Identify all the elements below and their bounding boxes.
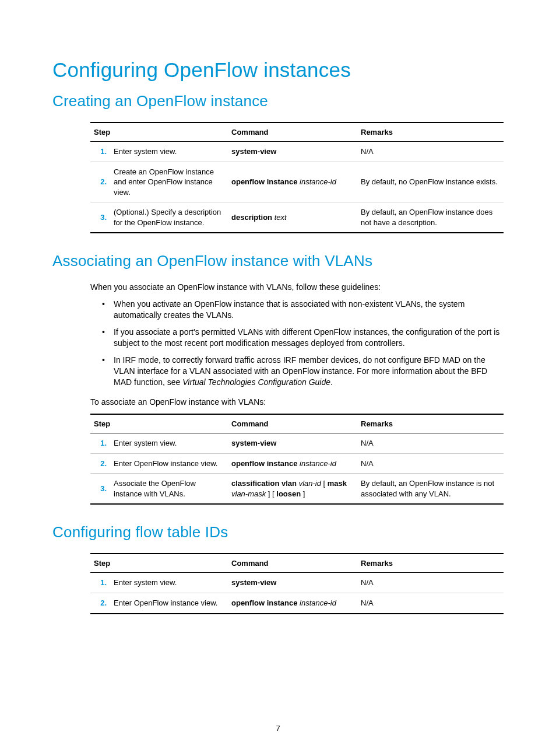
th-command: Command: [228, 123, 357, 142]
table-row: 2. Enter OpenFlow instance view. openflo…: [90, 453, 504, 474]
step-remarks: N/A: [357, 433, 504, 454]
step-command: openflow instance instance-id: [228, 453, 357, 474]
step-remarks: N/A: [357, 573, 504, 593]
cmd-italic: text: [275, 213, 287, 222]
cmd-bold: system-view: [231, 147, 276, 156]
th-step: Step: [90, 414, 228, 433]
page: Configuring OpenFlow instances Creating …: [0, 0, 556, 756]
section-flowtable-body: Step Command Remarks 1. Enter system vie…: [90, 553, 504, 614]
step-desc: Enter OpenFlow instance view.: [110, 453, 228, 474]
step-command: system-view: [228, 573, 357, 593]
th-command: Command: [228, 554, 357, 573]
step-number: 3.: [90, 202, 110, 233]
table-row: 1. Enter system view. system-view N/A: [90, 573, 504, 593]
heading-2-flowtable: Configuring flow table IDs: [52, 523, 504, 541]
table-creating: Step Command Remarks 1. Enter system vie…: [90, 122, 504, 233]
step-remarks: N/A: [357, 142, 504, 162]
th-step: Step: [90, 554, 228, 573]
bullet-list: When you activate an OpenFlow instance t…: [90, 299, 504, 387]
step-desc: Enter OpenFlow instance view.: [110, 593, 228, 614]
step-command: description text: [228, 202, 357, 233]
step-command: openflow instance instance-id: [228, 162, 357, 202]
th-command: Command: [228, 414, 357, 433]
step-number: 2.: [90, 453, 110, 474]
step-command: openflow instance instance-id: [228, 593, 357, 614]
heading-2-creating: Creating an OpenFlow instance: [52, 92, 504, 110]
section-creating-body: Step Command Remarks 1. Enter system vie…: [90, 122, 504, 233]
table-row: 1. Enter system view. system-view N/A: [90, 142, 504, 162]
step-desc: Associate the OpenFlow instance with VLA…: [110, 474, 228, 505]
cmd-bold: description: [231, 213, 272, 222]
step-number: 2.: [90, 593, 110, 614]
step-remarks: N/A: [357, 593, 504, 614]
table-flowtable: Step Command Remarks 1. Enter system vie…: [90, 553, 504, 614]
th-remarks: Remarks: [357, 554, 504, 573]
cmd-italic: instance-id: [300, 177, 336, 186]
page-number: 7: [0, 724, 556, 733]
table-row: 3. Associate the OpenFlow instance with …: [90, 474, 504, 505]
cmd-bold: openflow instance: [231, 177, 297, 186]
paragraph: To associate an OpenFlow instance with V…: [90, 397, 504, 408]
step-remarks: By default, an OpenFlow instance does no…: [357, 202, 504, 233]
step-number: 1.: [90, 433, 110, 454]
step-number: 1.: [90, 573, 110, 593]
step-desc: Enter system view.: [110, 142, 228, 162]
step-desc: Create an OpenFlow instance and enter Op…: [110, 162, 228, 202]
step-command: classification vlan vlan-id [ mask vlan-…: [228, 474, 357, 505]
step-remarks: By default, an OpenFlow instance is not …: [357, 474, 504, 505]
table-row: 1. Enter system view. system-view N/A: [90, 433, 504, 454]
table-row: 3. (Optional.) Specify a description for…: [90, 202, 504, 233]
step-desc: Enter system view.: [110, 433, 228, 454]
table-associating: Step Command Remarks 1. Enter system vie…: [90, 414, 504, 505]
step-command: system-view: [228, 142, 357, 162]
th-remarks: Remarks: [357, 414, 504, 433]
step-number: 1.: [90, 142, 110, 162]
heading-2-associating: Associating an OpenFlow instance with VL…: [52, 252, 504, 270]
step-number: 3.: [90, 474, 110, 505]
list-item: When you activate an OpenFlow instance t…: [114, 299, 504, 321]
heading-1: Configuring OpenFlow instances: [52, 58, 504, 82]
step-number: 2.: [90, 162, 110, 202]
step-desc: Enter system view.: [110, 573, 228, 593]
table-row: 2. Enter OpenFlow instance view. openflo…: [90, 593, 504, 614]
th-remarks: Remarks: [357, 123, 504, 142]
step-command: system-view: [228, 433, 357, 454]
th-step: Step: [90, 123, 228, 142]
step-desc: (Optional.) Specify a description for th…: [110, 202, 228, 233]
step-remarks: By default, no OpenFlow instance exists.: [357, 162, 504, 202]
step-remarks: N/A: [357, 453, 504, 474]
table-row: 2. Create an OpenFlow instance and enter…: [90, 162, 504, 202]
section-associating-body: When you associate an OpenFlow instance …: [90, 282, 504, 505]
paragraph: When you associate an OpenFlow instance …: [90, 282, 504, 293]
list-item: In IRF mode, to correctly forward traffi…: [114, 355, 504, 388]
list-item: If you associate a port's permitted VLAN…: [114, 327, 504, 349]
